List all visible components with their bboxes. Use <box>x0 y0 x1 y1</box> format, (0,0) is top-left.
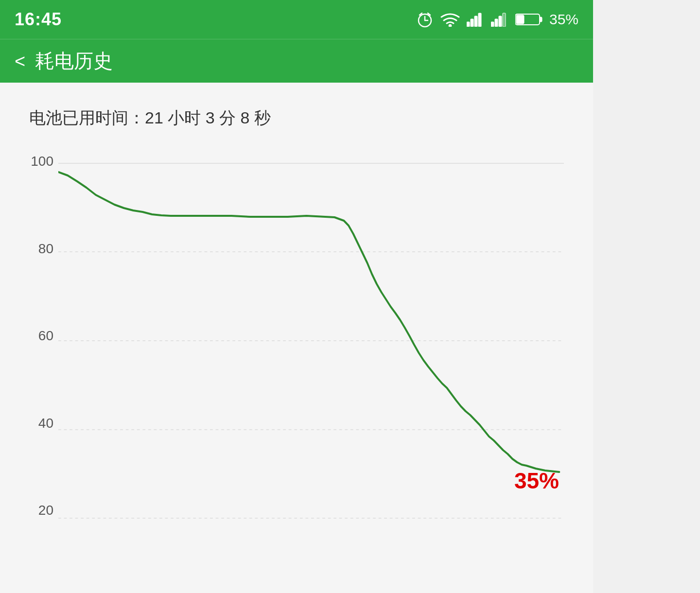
battery-icon <box>515 12 542 27</box>
main-content: 电池已用时间：21 小时 3 分 8 秒 100 80 60 40 20 <box>0 83 593 593</box>
signal-icon-2 <box>491 12 508 27</box>
battery-usage-label: 电池已用时间：21 小时 3 分 8 秒 <box>29 107 564 129</box>
current-percent-label: 35% <box>514 468 559 494</box>
battery-chart <box>58 149 564 523</box>
svg-rect-12 <box>499 16 502 27</box>
svg-rect-7 <box>471 19 473 27</box>
svg-rect-16 <box>516 15 524 24</box>
y-label-40: 40 <box>29 416 58 431</box>
svg-rect-8 <box>474 16 477 27</box>
chart-area: 35% <box>58 149 564 523</box>
status-time: 16:45 <box>15 9 62 30</box>
y-label-60: 60 <box>29 328 58 344</box>
svg-rect-11 <box>495 19 498 27</box>
y-label-20: 20 <box>29 503 58 518</box>
chart-container: 100 80 60 40 20 35% <box>29 149 564 562</box>
y-label-100: 100 <box>29 154 58 169</box>
battery-line <box>58 172 559 472</box>
signal-icon-1 <box>467 12 484 27</box>
svg-rect-15 <box>540 17 542 22</box>
svg-rect-13 <box>503 13 506 27</box>
svg-rect-6 <box>467 22 470 27</box>
status-bar: 16:45 <box>0 0 593 39</box>
title-bar: < 耗电历史 <box>0 39 593 83</box>
status-icons: 35% <box>416 11 578 28</box>
svg-point-5 <box>449 24 452 27</box>
y-axis-labels: 100 80 60 40 20 <box>29 154 58 518</box>
page-title: 耗电历史 <box>35 48 113 74</box>
battery-percent: 35% <box>549 11 578 28</box>
back-button[interactable]: < <box>15 52 25 70</box>
svg-rect-10 <box>491 22 494 27</box>
y-label-80: 80 <box>29 241 58 257</box>
alarm-icon <box>416 11 434 28</box>
svg-rect-9 <box>478 13 481 27</box>
wifi-icon <box>440 12 460 27</box>
